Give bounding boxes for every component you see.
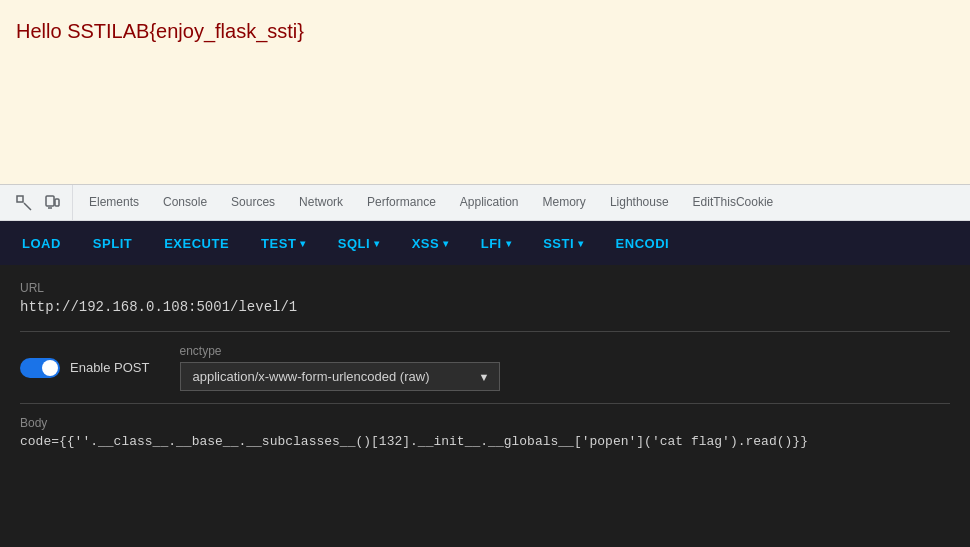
body-label: Body: [20, 416, 950, 430]
xss-dropdown-arrow: ▾: [443, 238, 449, 249]
svg-rect-2: [55, 199, 59, 206]
page-hello-text: Hello SSTILAB{enjoy_flask_ssti}: [16, 20, 304, 42]
test-button[interactable]: TEST ▾: [247, 227, 320, 259]
xss-button[interactable]: XSS ▾: [398, 227, 463, 259]
post-row: Enable POST enctype application/x-www-fo…: [20, 344, 950, 391]
devtools-tab-list: Elements Console Sources Network Perform…: [73, 185, 789, 220]
panel-content: URL http://192.168.0.108:5001/level/1 En…: [0, 265, 970, 547]
tab-sources[interactable]: Sources: [219, 185, 287, 220]
lfi-dropdown-arrow: ▾: [506, 238, 512, 249]
split-button[interactable]: SPLIT: [79, 227, 146, 259]
url-field-group: URL http://192.168.0.108:5001/level/1: [20, 281, 950, 315]
tab-network[interactable]: Network: [287, 185, 355, 220]
divider-1: [20, 331, 950, 332]
body-value[interactable]: code={{''.__class__.__base__.__subclasse…: [20, 434, 950, 449]
toggle-knob: [42, 360, 58, 376]
sqli-button[interactable]: SQLI ▾: [324, 227, 394, 259]
devtools-icon-group: [4, 185, 73, 220]
ssti-button[interactable]: SSTI ▾: [529, 227, 597, 259]
body-section: Body code={{''.__class__.__base__.__subc…: [20, 416, 950, 449]
tab-elements[interactable]: Elements: [77, 185, 151, 220]
tab-application[interactable]: Application: [448, 185, 531, 220]
inspect-element-icon[interactable]: [12, 191, 36, 215]
divider-2: [20, 403, 950, 404]
enctype-section: enctype application/x-www-form-urlencode…: [180, 344, 500, 391]
url-value[interactable]: http://192.168.0.108:5001/level/1: [20, 299, 950, 315]
tab-lighthouse[interactable]: Lighthouse: [598, 185, 681, 220]
test-dropdown-arrow: ▾: [300, 238, 306, 249]
url-label: URL: [20, 281, 950, 295]
device-toolbar-icon[interactable]: [40, 191, 64, 215]
execute-button[interactable]: EXECUTE: [150, 227, 243, 259]
enctype-select[interactable]: application/x-www-form-urlencoded (raw): [180, 362, 500, 391]
enable-post-toggle[interactable]: [20, 358, 60, 378]
svg-rect-1: [46, 196, 54, 206]
load-button[interactable]: LOAD: [8, 227, 75, 259]
enctype-label: enctype: [180, 344, 500, 358]
lfi-button[interactable]: LFI ▾: [467, 227, 526, 259]
enctype-wrapper: application/x-www-form-urlencoded (raw): [180, 362, 500, 391]
svg-rect-0: [17, 196, 23, 202]
page-content: Hello SSTILAB{enjoy_flask_ssti}: [0, 0, 970, 185]
tab-memory[interactable]: Memory: [531, 185, 598, 220]
tab-editthiscookie[interactable]: EditThisCookie: [681, 185, 786, 220]
ssti-dropdown-arrow: ▾: [578, 238, 584, 249]
tab-performance[interactable]: Performance: [355, 185, 448, 220]
encodi-button[interactable]: ENCODI: [602, 227, 684, 259]
enable-post-label: Enable POST: [70, 360, 150, 375]
sqli-dropdown-arrow: ▾: [374, 238, 380, 249]
devtools-toolbar: Elements Console Sources Network Perform…: [0, 185, 970, 221]
extension-toolbar: LOAD SPLIT EXECUTE TEST ▾ SQLI ▾ XSS ▾ L…: [0, 221, 970, 265]
tab-console[interactable]: Console: [151, 185, 219, 220]
enable-post-toggle-container: Enable POST: [20, 358, 150, 378]
